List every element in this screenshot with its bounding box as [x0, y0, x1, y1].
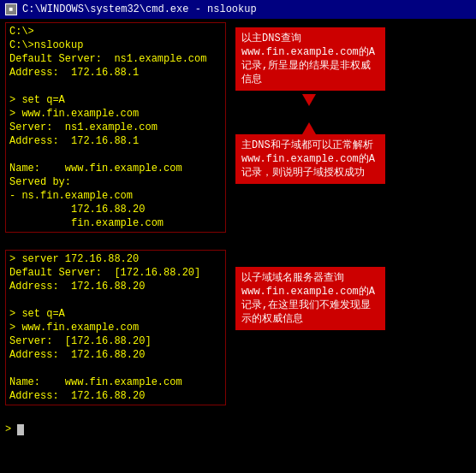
content-area: C:\> C:\>nslookup Default Server: ns1.ex… [0, 19, 476, 473]
window-title: C:\WINDOWS\system32\cmd.exe - nslookup [22, 3, 471, 15]
line-server-3: Server: [172.16.88.20] [9, 334, 222, 348]
window-icon: ■ [5, 3, 17, 15]
line-www-2: > www.fin.example.com [9, 321, 222, 334]
line-ip-20: 172.16.88.20 [9, 203, 222, 216]
line-ns: - ns.fin.example.com [9, 189, 222, 203]
annotation-box-1: 以主DNS查询www.fin.example.com的A记录,所呈显的结果是非权… [235, 27, 385, 91]
blank-2 [9, 148, 222, 162]
line-server-cmd: > server 172.16.88.20 [9, 252, 222, 266]
annotation-box-3: 以子域域名服务器查询www.fin.example.com的A记录,在这里我们不… [235, 267, 385, 330]
line-set-q-2: > set q=A [9, 307, 222, 321]
line-www-query: > www.fin.example.com [9, 107, 222, 121]
line-fin: fin.example.com [9, 216, 222, 230]
line-address-1: Address: 172.16.88.1 [9, 66, 222, 80]
line-address-4: Address: 172.16.88.20 [9, 389, 222, 403]
blank-s2-2 [9, 362, 222, 375]
line-default-server: Default Server: ns1.example.com [9, 52, 222, 66]
line-default-server-2: Default Server: [172.16.88.20] [9, 266, 222, 280]
line-server-2: Server: ns1.example.com [9, 121, 222, 134]
line-set-q: > set q=A [9, 93, 222, 107]
cmd-window: ■ C:\WINDOWS\system32\cmd.exe - nslookup… [0, 0, 476, 473]
line-address-s2: Address: 172.16.88.20 [9, 280, 222, 293]
annotation-text-3: 以子域域名服务器查询www.fin.example.com的A记录,在这里我们不… [241, 272, 375, 325]
final-prompt: > [5, 423, 226, 436]
annotation-text-2: 主DNS和子域都可以正常解析www.fin.example.com的A记录，则说… [241, 139, 375, 179]
arrow-down-1 [302, 94, 316, 106]
terminal-section-1: C:\> C:\>nslookup Default Server: ns1.ex… [5, 22, 226, 233]
terminal-section-2: > server 172.16.88.20 Default Server: [1… [5, 250, 226, 405]
blank-s2 [9, 293, 222, 307]
line-address-2: Address: 172.16.88.1 [9, 134, 222, 148]
line-address-3: Address: 172.16.88.20 [9, 348, 222, 362]
blank-between [5, 236, 226, 250]
line-name: Name: www.fin.example.com [9, 162, 222, 175]
terminal-panel[interactable]: C:\> C:\>nslookup Default Server: ns1.ex… [0, 19, 231, 473]
cursor [17, 424, 24, 435]
arrow-up-2 [302, 122, 316, 134]
line-prompt: C:\> [9, 25, 222, 38]
blank-1 [9, 80, 222, 93]
annotation-box-2: 主DNS和子域都可以正常解析www.fin.example.com的A记录，则说… [235, 134, 385, 184]
title-bar: ■ C:\WINDOWS\system32\cmd.exe - nslookup [0, 0, 476, 19]
line-nslookup: C:\>nslookup [9, 38, 222, 52]
line-name-2: Name: www.fin.example.com [9, 375, 222, 389]
blank-final [5, 409, 226, 423]
line-served-by: Served by: [9, 175, 222, 189]
annotations-panel: 以主DNS查询www.fin.example.com的A记录,所呈显的结果是非权… [231, 19, 476, 473]
annotation-text-1: 以主DNS查询www.fin.example.com的A记录,所呈显的结果是非权… [241, 33, 375, 86]
